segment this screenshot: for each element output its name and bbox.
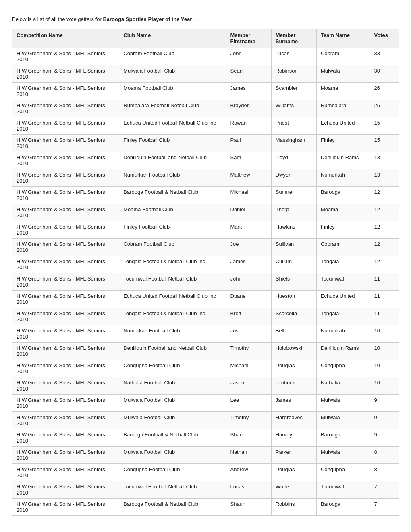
cell-team: Deniliquin Rams <box>316 343 370 360</box>
cell-competition: H.W.Greenham & Sons - MFL Seniors 2010 <box>12 499 119 516</box>
cell-competition: H.W.Greenham & Sons - MFL Seniors 2010 <box>12 291 119 308</box>
table-row: H.W.Greenham & Sons - MFL Seniors 2010Co… <box>12 464 399 481</box>
cell-firstname: Mark <box>226 221 271 239</box>
table-row: H.W.Greenham & Sons - MFL Seniors 2010Mu… <box>12 447 399 464</box>
cell-club: Nathalia Football Club <box>119 377 226 395</box>
cell-competition: H.W.Greenham & Sons - MFL Seniors 2010 <box>12 464 119 481</box>
cell-firstname: Matthew <box>226 169 271 187</box>
cell-team: Nathalia <box>316 377 370 395</box>
table-row: H.W.Greenham & Sons - MFL Seniors 2010Ru… <box>12 100 399 117</box>
table-row: H.W.Greenham & Sons - MFL Seniors 2010Ba… <box>12 499 399 516</box>
cell-competition: H.W.Greenham & Sons - MFL Seniors 2010 <box>12 395 119 412</box>
cell-club: Tongala Football & Netball Club Inc <box>119 308 226 325</box>
cell-surname: Sullivan <box>271 239 316 256</box>
cell-firstname: Rowan <box>226 117 271 135</box>
header-firstname: Member Firstname <box>226 29 271 48</box>
cell-surname: Douglas <box>271 360 316 377</box>
cell-votes: 26 <box>370 83 399 100</box>
cell-club: Moama Football Club <box>119 204 226 221</box>
cell-competition: H.W.Greenham & Sons - MFL Seniors 2010 <box>12 360 119 377</box>
table-row: H.W.Greenham & Sons - MFL Seniors 2010De… <box>12 343 399 360</box>
table-row: H.W.Greenham & Sons - MFL Seniors 2010Mo… <box>12 83 399 100</box>
cell-team: Mulwala <box>316 412 370 429</box>
cell-club: Deniliquin Football and Netball Club <box>119 343 226 360</box>
intro-prefix: Below is a list of all the vote getters … <box>12 16 103 22</box>
cell-competition: H.W.Greenham & Sons - MFL Seniors 2010 <box>12 100 119 117</box>
cell-team: Tocumwal <box>316 273 370 291</box>
cell-competition: H.W.Greenham & Sons - MFL Seniors 2010 <box>12 48 119 65</box>
cell-surname: Harvey <box>271 429 316 447</box>
cell-competition: H.W.Greenham & Sons - MFL Seniors 2010 <box>12 273 119 291</box>
cell-team: Barooga <box>316 429 370 447</box>
cell-competition: H.W.Greenham & Sons - MFL Seniors 2010 <box>12 412 119 429</box>
cell-team: Barooga <box>316 187 370 204</box>
cell-competition: H.W.Greenham & Sons - MFL Seniors 2010 <box>12 117 119 135</box>
cell-club: Tongala Football & Netball Club Inc <box>119 256 226 273</box>
cell-surname: Parker <box>271 447 316 464</box>
cell-competition: H.W.Greenham & Sons - MFL Seniors 2010 <box>12 221 119 239</box>
cell-team: Moama <box>316 83 370 100</box>
cell-team: Mulwala <box>316 65 370 83</box>
cell-club: Mulwala Football Club <box>119 412 226 429</box>
cell-surname: Scarcella <box>271 308 316 325</box>
cell-firstname: Daniel <box>226 204 271 221</box>
cell-surname: Robbins <box>271 499 316 516</box>
cell-club: Finley Football Club <box>119 221 226 239</box>
cell-surname: Holobowski <box>271 343 316 360</box>
cell-club: Numurkah Football Club <box>119 325 226 343</box>
table-header-row: Competition Name Club Name Member Firstn… <box>12 29 399 48</box>
cell-firstname: Timothy <box>226 412 271 429</box>
cell-firstname: Jason <box>226 377 271 395</box>
cell-competition: H.W.Greenham & Sons - MFL Seniors 2010 <box>12 447 119 464</box>
cell-surname: Scambler <box>271 83 316 100</box>
cell-firstname: Andrew <box>226 464 271 481</box>
cell-competition: H.W.Greenham & Sons - MFL Seniors 2010 <box>12 187 119 204</box>
cell-votes: 9 <box>370 429 399 447</box>
cell-club: Barooga Football & Netball Club <box>119 187 226 204</box>
cell-competition: H.W.Greenham & Sons - MFL Seniors 2010 <box>12 343 119 360</box>
table-row: H.W.Greenham & Sons - MFL Seniors 2010Ec… <box>12 117 399 135</box>
cell-firstname: Duane <box>226 291 271 308</box>
cell-firstname: Paul <box>226 135 271 152</box>
cell-competition: H.W.Greenham & Sons - MFL Seniors 2010 <box>12 152 119 169</box>
cell-surname: Limbrick <box>271 377 316 395</box>
cell-team: Deniliquin Rams <box>316 152 370 169</box>
cell-team: Finley <box>316 135 370 152</box>
cell-team: Tongala <box>316 308 370 325</box>
cell-team: Rumbalara <box>316 100 370 117</box>
cell-team: Cobram <box>316 48 370 65</box>
table-row: H.W.Greenham & Sons - MFL Seniors 2010Nu… <box>12 325 399 343</box>
cell-competition: H.W.Greenham & Sons - MFL Seniors 2010 <box>12 65 119 83</box>
cell-firstname: Timothy <box>226 343 271 360</box>
cell-votes: 15 <box>370 135 399 152</box>
cell-votes: 13 <box>370 152 399 169</box>
cell-firstname: Joe <box>226 239 271 256</box>
cell-votes: 9 <box>370 395 399 412</box>
cell-firstname: John <box>226 48 271 65</box>
cell-firstname: Sean <box>226 65 271 83</box>
table-row: H.W.Greenham & Sons - MFL Seniors 2010Mo… <box>12 204 399 221</box>
cell-firstname: Shaun <box>226 499 271 516</box>
cell-votes: 9 <box>370 412 399 429</box>
table-row: H.W.Greenham & Sons - MFL Seniors 2010Co… <box>12 48 399 65</box>
cell-firstname: Sam <box>226 152 271 169</box>
table-row: H.W.Greenham & Sons - MFL Seniors 2010To… <box>12 256 399 273</box>
header-surname: Member Surname <box>271 29 316 48</box>
cell-surname: White <box>271 481 316 499</box>
cell-surname: Sumner <box>271 187 316 204</box>
cell-votes: 11 <box>370 308 399 325</box>
cell-firstname: Shane <box>226 429 271 447</box>
cell-club: Tocumwal Football Netball Club <box>119 273 226 291</box>
cell-club: Numurkah Football Club <box>119 169 226 187</box>
cell-surname: Lucas <box>271 48 316 65</box>
cell-team: Numurkah <box>316 325 370 343</box>
cell-club: Congupna Football Club <box>119 464 226 481</box>
table-row: H.W.Greenham & Sons - MFL Seniors 2010Ba… <box>12 187 399 204</box>
cell-club: Tocumwal Football Netball Club <box>119 481 226 499</box>
cell-votes: 10 <box>370 377 399 395</box>
cell-competition: H.W.Greenham & Sons - MFL Seniors 2010 <box>12 204 119 221</box>
cell-club: Congupna Football Club <box>119 360 226 377</box>
cell-team: Finley <box>316 221 370 239</box>
cell-competition: H.W.Greenham & Sons - MFL Seniors 2010 <box>12 83 119 100</box>
table-row: H.W.Greenham & Sons - MFL Seniors 2010Ba… <box>12 429 399 447</box>
